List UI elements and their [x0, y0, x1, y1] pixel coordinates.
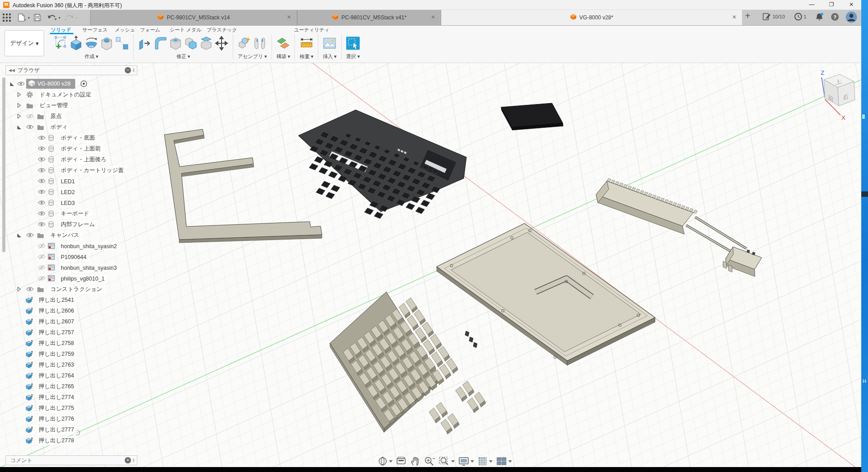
clock-icon[interactable]: 1	[794, 13, 806, 21]
document-tab[interactable]: PC-9801CV_M5Stack v41*✕	[297, 10, 441, 25]
tab-close-icon[interactable]: ✕	[286, 14, 292, 20]
viewport-3d[interactable]	[0, 63, 861, 467]
measure-icon[interactable]	[300, 36, 313, 51]
fit-button[interactable]	[439, 456, 455, 467]
add-comment-icon[interactable]: +	[125, 457, 131, 463]
insert-image-icon[interactable]	[323, 36, 336, 51]
visibility-eye-icon[interactable]	[26, 231, 34, 240]
model-led-parts[interactable]	[465, 331, 477, 348]
root-component-item[interactable]: VG-8000 v28	[26, 79, 75, 88]
app-grid-icon[interactable]	[3, 13, 11, 22]
pan-button[interactable]	[410, 456, 420, 467]
ribbon-group-label[interactable]: アセンブリ ▾	[238, 53, 267, 60]
look-at-button[interactable]	[396, 456, 407, 466]
new-tab-button[interactable]: +	[745, 11, 750, 20]
visibility-eye-icon[interactable]	[38, 241, 45, 250]
document-tab[interactable]: VG-8000 v28*✕	[441, 10, 742, 25]
comment-panel[interactable]: コメント + ‖	[5, 455, 137, 465]
ribbon-group-label[interactable]: 構築 ▾	[276, 53, 290, 60]
select-icon[interactable]	[346, 36, 360, 51]
move-icon[interactable]	[215, 36, 228, 51]
collapse-panel-icon[interactable]: ◀◀	[9, 68, 15, 73]
model-cartridge-lid[interactable]	[501, 103, 563, 130]
document-tab[interactable]: PC-9801CV_M5Stack v14✕	[90, 10, 297, 25]
dropdown-caret-icon[interactable]	[470, 460, 474, 463]
redo-icon[interactable]: ▾	[64, 13, 77, 22]
avatar[interactable]	[845, 11, 857, 23]
undo-icon[interactable]: ▾	[47, 13, 60, 22]
ribbon-tab-5[interactable]: プラスチック	[207, 27, 237, 34]
ribbon-tab-6[interactable]: ユーティリティ	[294, 27, 330, 34]
revolve-icon[interactable]	[85, 36, 98, 51]
visibility-eye-icon[interactable]	[38, 220, 45, 229]
visibility-eye-icon[interactable]	[38, 263, 45, 272]
split-icon[interactable]	[199, 36, 213, 51]
dropdown-caret-icon[interactable]	[508, 460, 512, 463]
close-button[interactable]: ✕	[841, 0, 861, 9]
ribbon-tab-1[interactable]: サーフェス	[82, 27, 108, 34]
ribbon-tab-3[interactable]: フォーム	[140, 27, 160, 34]
save-icon[interactable]	[33, 13, 41, 22]
viewports-button[interactable]	[496, 456, 512, 467]
visibility-eye-icon[interactable]	[38, 166, 45, 175]
visibility-eye-icon[interactable]	[38, 187, 45, 196]
pattern-icon[interactable]	[115, 36, 129, 51]
visibility-eye-icon[interactable]	[38, 177, 45, 186]
ribbon-group-label[interactable]: 挿入 ▾	[323, 53, 337, 60]
tree-expand-icon[interactable]	[16, 101, 22, 110]
tree-expand-icon[interactable]	[16, 285, 22, 294]
restore-button[interactable]: ❐	[822, 0, 841, 9]
grid-settings-button[interactable]	[477, 456, 493, 467]
dropdown-caret-icon[interactable]	[489, 460, 493, 463]
job-status-icon[interactable]: 10/10	[762, 13, 785, 21]
visibility-eye-icon[interactable]	[38, 155, 45, 164]
visibility-eye-icon[interactable]	[26, 112, 34, 121]
visibility-eye-icon[interactable]	[38, 144, 45, 153]
visibility-eye-icon[interactable]	[38, 209, 45, 218]
ribbon-group-label[interactable]: 作成 ▾	[85, 53, 99, 60]
dropdown-caret-icon[interactable]	[389, 460, 393, 463]
extrude-icon[interactable]	[69, 36, 83, 51]
create-sketch-icon[interactable]	[54, 36, 68, 51]
file-icon[interactable]: ▾	[17, 13, 30, 22]
minimize-button[interactable]: —	[802, 0, 822, 9]
view-cube[interactable]: Z X 上 前 右	[808, 63, 867, 124]
combine-icon[interactable]	[184, 36, 198, 51]
tree-expand-icon[interactable]	[16, 90, 22, 99]
tree-expand-icon[interactable]	[16, 112, 22, 121]
visibility-eye-icon[interactable]	[38, 133, 45, 142]
joint-icon[interactable]	[253, 36, 267, 51]
document-activate-radio[interactable]	[80, 79, 87, 88]
display-settings-button[interactable]	[458, 456, 474, 467]
tree-expand-icon[interactable]	[16, 123, 22, 132]
model-internal-frame[interactable]	[164, 129, 322, 243]
dropdown-caret-icon[interactable]	[451, 460, 455, 463]
workspace-dropdown[interactable]: デザイン ▾	[5, 30, 44, 56]
panel-grip-icon[interactable]: ‖	[133, 458, 135, 463]
orbit-button[interactable]	[377, 456, 393, 467]
visibility-eye-icon[interactable]	[17, 79, 25, 88]
visibility-eye-icon[interactable]	[38, 252, 45, 261]
fillet-icon[interactable]	[154, 36, 167, 51]
visibility-eye-icon[interactable]	[26, 285, 34, 294]
hole-icon[interactable]	[100, 36, 113, 51]
browser-scrollbar[interactable]	[2, 77, 5, 252]
ribbon-tab-4[interactable]: シート メタル	[170, 27, 201, 34]
panel-grip-icon[interactable]: ‖	[133, 68, 135, 73]
scene-canvas[interactable]	[0, 63, 861, 467]
visibility-eye-icon[interactable]	[26, 123, 34, 132]
shell-icon[interactable]	[169, 36, 182, 51]
tab-close-icon[interactable]: ✕	[430, 14, 436, 20]
bell-icon[interactable]	[815, 13, 824, 21]
tree-expand-icon[interactable]	[9, 79, 15, 88]
browser-panel-header[interactable]: ◀◀ ブラウザ − ‖	[5, 65, 137, 75]
tree-expand-icon[interactable]	[16, 231, 22, 240]
zoom-button[interactable]	[424, 456, 435, 467]
ribbon-tab-2[interactable]: メッシュ	[115, 27, 135, 34]
ribbon-group-label[interactable]: 検査 ▾	[299, 53, 313, 60]
press-pull-icon[interactable]	[138, 36, 152, 51]
new-component-icon[interactable]	[238, 36, 251, 51]
tab-close-icon[interactable]: ✕	[731, 14, 737, 20]
help-icon[interactable]: ?	[831, 13, 839, 21]
visibility-eye-icon[interactable]	[38, 274, 45, 283]
